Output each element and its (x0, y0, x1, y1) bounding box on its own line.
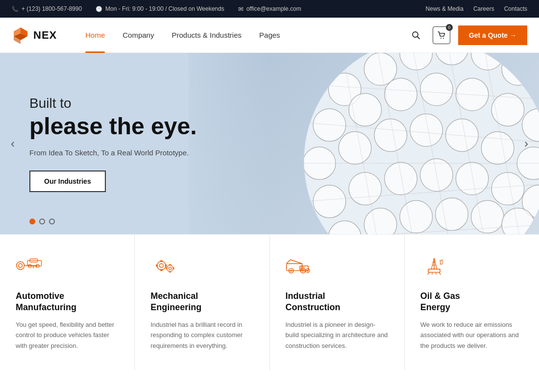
svg-point-28 (481, 132, 514, 165)
svg-point-20 (456, 78, 489, 111)
business-hours: Mon - Fri: 9:00 - 19:00 / Closed on Week… (105, 5, 224, 12)
cart-button[interactable]: 0 (433, 26, 450, 44)
phone-item: + (123) 1800-567-8990 (12, 5, 82, 12)
slider-prev-button[interactable]: ‹ (4, 135, 22, 152)
logo-text: NEX (33, 29, 57, 42)
hero-title: please the eye. (29, 114, 197, 140)
features-section: AutomotiveManufacturing You get speed, f… (0, 234, 539, 370)
svg-line-91 (427, 272, 429, 275)
svg-point-58 (17, 262, 24, 270)
topbar-right: News & Media Careers Contacts (426, 5, 527, 12)
careers-link[interactable]: Careers (473, 5, 494, 12)
svg-point-74 (169, 267, 172, 270)
search-icon (412, 31, 420, 40)
svg-rect-69 (160, 260, 163, 262)
svg-line-82 (286, 260, 290, 264)
svg-point-31 (349, 172, 382, 205)
svg-point-16 (313, 109, 346, 142)
svg-line-92 (439, 272, 441, 275)
logo[interactable]: NEX (12, 26, 57, 44)
svg-point-6 (441, 38, 441, 39)
automotive-desc: You get speed, flexibility and better co… (16, 319, 119, 351)
hours-item: Mon - Fri: 9:00 - 19:00 / Closed on Week… (96, 5, 224, 12)
car-key-icon (16, 254, 43, 277)
cart-icon (437, 31, 446, 40)
nav-actions: 0 Get a Quote → (407, 25, 527, 45)
nav-company[interactable]: Company (114, 18, 163, 53)
cart-badge: 0 (446, 24, 453, 31)
svg-point-27 (446, 119, 479, 152)
hero-sphere (299, 53, 539, 234)
search-button[interactable] (407, 26, 425, 44)
feature-card-automotive: AutomotiveManufacturing You get speed, f… (0, 235, 135, 370)
truck-icon (286, 254, 313, 277)
oil-rig-icon (420, 254, 448, 277)
slider-dot-1[interactable] (29, 219, 35, 224)
svg-line-5 (417, 36, 419, 39)
feature-card-mechanical: MechanicalEngineering Industriel has a b… (135, 235, 270, 370)
topbar-left: + (123) 1800-567-8990 Mon - Fri: 9:00 - … (12, 5, 301, 13)
oilgas-title: Oil & GasEnergy (420, 291, 523, 314)
phone-icon (12, 5, 19, 12)
industrial-title: IndustrialConstruction (286, 291, 389, 314)
svg-point-21 (491, 94, 524, 126)
svg-point-24 (339, 132, 371, 165)
email-address: office@example.com (246, 5, 301, 12)
logo-icon (12, 26, 29, 44)
mail-icon (238, 5, 244, 13)
svg-point-40 (436, 198, 468, 231)
email-item: office@example.com (238, 5, 301, 13)
svg-point-18 (385, 78, 417, 111)
feature-card-oilgas: Oil & GasEnergy We work to reduce air em… (405, 235, 539, 370)
nav-pages[interactable]: Pages (250, 18, 289, 53)
svg-line-97 (434, 258, 437, 269)
slider-next-button[interactable]: › (517, 135, 535, 152)
svg-point-59 (19, 264, 23, 268)
svg-point-15 (502, 53, 535, 85)
svg-point-35 (491, 172, 524, 205)
gear-settings-icon (150, 254, 178, 277)
svg-point-19 (420, 73, 453, 106)
phone-number: + (123) 1800-567-8990 (22, 5, 82, 12)
contacts-link[interactable]: Contacts (504, 5, 527, 12)
mechanical-desc: Industriel has a brilliant record in res… (150, 319, 253, 351)
svg-rect-75 (169, 264, 172, 266)
slider-dots (29, 219, 55, 224)
svg-rect-71 (156, 265, 158, 267)
hero-subtitle: Built to (29, 95, 197, 112)
hero-section: Built to please the eye. From Idea To Sk… (0, 53, 539, 234)
svg-point-17 (349, 94, 382, 126)
clock-icon (96, 5, 102, 12)
svg-rect-72 (165, 265, 167, 267)
hero-cta-button[interactable]: Our Industries (29, 171, 106, 192)
svg-point-7 (443, 38, 444, 39)
svg-point-26 (410, 114, 443, 147)
svg-rect-78 (173, 267, 174, 270)
svg-line-83 (290, 260, 302, 264)
svg-point-30 (313, 185, 346, 218)
feature-card-industrial: IndustrialConstruction Industriel is a p… (270, 235, 405, 370)
nav-links: Home Company Products & Industries Pages (76, 18, 407, 53)
get-quote-button[interactable]: Get a Quote → (458, 25, 527, 45)
svg-rect-70 (160, 269, 163, 271)
svg-rect-90 (428, 269, 440, 272)
automotive-title: AutomotiveManufacturing (16, 291, 119, 314)
slider-dot-2[interactable] (39, 219, 45, 224)
oilgas-desc: We work to reduce air emissions associat… (420, 319, 523, 351)
svg-point-39 (400, 200, 433, 233)
slider-dot-3[interactable] (49, 219, 55, 224)
nav-products[interactable]: Products & Industries (163, 18, 250, 53)
svg-rect-76 (169, 271, 172, 272)
svg-point-11 (364, 53, 397, 85)
hero-content: Built to please the eye. From Idea To Sk… (0, 95, 226, 192)
svg-point-73 (167, 265, 173, 271)
navbar: NEX Home Company Products & Industries P… (0, 18, 539, 53)
svg-point-67 (157, 261, 166, 270)
hero-description: From Idea To Sketch, To a Real World Pro… (29, 148, 197, 157)
svg-point-68 (160, 264, 164, 268)
nav-home[interactable]: Home (76, 18, 114, 53)
news-media-link[interactable]: News & Media (426, 5, 464, 12)
svg-point-25 (374, 119, 407, 152)
industrial-desc: Industriel is a pioneer in design-build … (286, 319, 389, 351)
svg-rect-77 (166, 267, 167, 270)
